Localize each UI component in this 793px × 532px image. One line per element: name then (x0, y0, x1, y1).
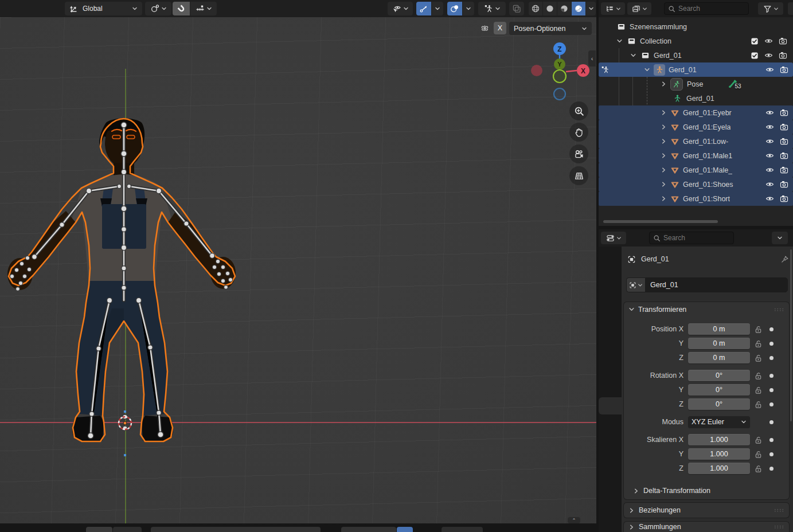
outliner-row-mesh[interactable]: Gerd_01:Eyela (599, 120, 793, 134)
panel-grip-icon[interactable] (774, 307, 784, 312)
rotation-x-field[interactable]: 0° (688, 370, 750, 381)
pan-tool-button[interactable] (569, 123, 588, 142)
outliner-row-gerd-collection[interactable]: Gerd_01 (600, 48, 792, 62)
properties-options-dropdown[interactable] (772, 232, 788, 244)
animate-dot[interactable] (769, 374, 774, 378)
lock-open-icon[interactable] (754, 324, 763, 334)
outliner-filter-id-dropdown[interactable] (627, 2, 651, 15)
pose-display-dropdown[interactable] (478, 2, 506, 15)
timeline-partial-button[interactable] (113, 527, 142, 532)
outliner-row-mesh[interactable]: Gerd_01:Short (599, 191, 793, 206)
outliner-partial-button[interactable] (788, 2, 793, 15)
camera-icon[interactable] (780, 166, 788, 174)
eye-icon[interactable] (765, 151, 774, 160)
delta-transform-subpanel-header[interactable]: Delta-Transformation (633, 484, 784, 497)
animate-dot[interactable] (769, 438, 774, 442)
camera-icon[interactable] (779, 51, 787, 60)
zoom-tool-button[interactable] (569, 101, 588, 120)
lock-open-icon[interactable] (754, 435, 763, 444)
camera-icon[interactable] (780, 151, 788, 160)
transform-panel-header[interactable]: Transformieren (624, 302, 789, 316)
ortho-grid-button[interactable] (569, 166, 588, 185)
animate-dot[interactable] (769, 467, 774, 471)
outliner-row-mesh[interactable]: Gerd_01:Shoes (599, 177, 793, 191)
properties-scrollbar[interactable] (790, 249, 792, 421)
timeline-partial-button[interactable] (341, 527, 396, 532)
lock-open-icon[interactable] (754, 400, 763, 409)
collapsed-chevron-icon[interactable] (661, 81, 667, 87)
camera-icon[interactable] (780, 65, 788, 74)
eye-icon[interactable] (765, 194, 774, 203)
lock-open-icon[interactable] (754, 385, 763, 394)
animate-dot[interactable] (769, 356, 774, 360)
timeline-partial-button[interactable] (86, 527, 112, 532)
outliner-horizontal-scrollbar[interactable] (603, 220, 718, 223)
animate-dot[interactable] (769, 420, 774, 424)
main-vertical-divider[interactable] (596, 0, 599, 532)
animate-dot[interactable] (769, 452, 774, 456)
lock-open-icon[interactable] (754, 371, 763, 380)
relations-panel[interactable]: Beziehungen (624, 503, 789, 518)
snap-settings-dropdown[interactable] (190, 2, 217, 15)
rotation-y-field[interactable]: 0° (688, 384, 750, 396)
overlays-settings-dropdown[interactable] (463, 2, 474, 15)
outliner-row-scene-collection[interactable]: Szenensammlung (600, 19, 792, 34)
camera-icon[interactable] (780, 137, 788, 146)
animate-dot[interactable] (769, 388, 774, 392)
shading-rendered-button[interactable] (572, 2, 585, 15)
animate-dot[interactable] (769, 327, 774, 331)
snap-toggle[interactable] (173, 2, 190, 15)
pivot-point-dropdown[interactable] (145, 2, 171, 15)
object-name-field[interactable]: Gerd_01 (645, 277, 788, 292)
pin-icon[interactable] (780, 255, 789, 264)
mirror-x-toggle[interactable]: X (494, 22, 506, 34)
shading-solid-button[interactable] (543, 2, 557, 15)
lock-open-icon[interactable] (754, 339, 763, 348)
position-y-field[interactable]: 0 m (688, 338, 750, 349)
collapsed-chevron-icon[interactable] (661, 167, 667, 173)
collapsed-chevron-icon[interactable] (661, 152, 667, 159)
panel-grip-icon[interactable] (774, 508, 784, 513)
show-gizmo-toggle[interactable] (416, 2, 431, 15)
shading-material-button[interactable] (557, 2, 571, 15)
outliner-row-gerd-armature-active[interactable]: Gerd_01 (599, 62, 793, 77)
position-x-field[interactable]: 0 m (688, 323, 750, 335)
gizmo-settings-dropdown[interactable] (432, 2, 443, 15)
animate-dot[interactable] (769, 402, 774, 406)
rotation-z-field[interactable]: 0° (688, 398, 750, 410)
viewport-scroll-up-button[interactable]: ⌃ (568, 517, 580, 523)
properties-editor-type-dropdown[interactable] (601, 232, 626, 244)
outliner-row-mesh[interactable]: Gerd_01:Male_ (599, 163, 793, 177)
outliner-search-input[interactable] (678, 5, 745, 13)
eye-icon[interactable] (765, 166, 774, 174)
lock-open-icon[interactable] (754, 353, 763, 362)
camera-icon[interactable] (780, 180, 788, 189)
object-visibility-dropdown[interactable] (388, 2, 413, 15)
mirror-butterfly-button[interactable] (477, 21, 492, 35)
properties-search-field[interactable] (649, 232, 734, 244)
rotation-mode-dropdown[interactable]: XYZ Euler (688, 416, 750, 428)
outliner-row-pose[interactable]: Pose 53 (600, 77, 792, 91)
expand-chevron-icon[interactable] (644, 66, 650, 73)
expand-chevron-icon[interactable] (616, 38, 623, 44)
pose-options-dropdown[interactable]: Posen-Optionen (509, 22, 592, 35)
collections-panel[interactable]: Sammlungen (624, 522, 789, 532)
shading-wireframe-button[interactable] (529, 2, 542, 15)
outliner-row-collection[interactable]: Collection (600, 34, 792, 48)
scale-x-field[interactable]: 1.000 (688, 434, 750, 445)
panel-grip-icon[interactable] (774, 525, 784, 529)
camera-icon[interactable] (780, 194, 788, 203)
viewport-3d[interactable]: X Posen-Optionen ‹ Y Z X ⌃ (0, 17, 596, 523)
scale-y-field[interactable]: 1.000 (688, 448, 750, 460)
outliner-row-mesh[interactable]: Gerd_01:Male1 (599, 148, 793, 163)
camera-view-button[interactable] (569, 144, 588, 163)
transform-orientation-dropdown[interactable]: Global (65, 2, 142, 15)
eye-icon[interactable] (765, 108, 774, 117)
timeline-partial-button[interactable] (442, 527, 483, 532)
outliner-row-mesh[interactable]: Gerd_01:Low- (599, 134, 793, 148)
eye-icon[interactable] (764, 51, 773, 60)
collapsed-chevron-icon[interactable] (661, 124, 667, 130)
outliner-display-mode-dropdown[interactable] (601, 2, 625, 15)
collapsed-chevron-icon[interactable] (661, 181, 667, 187)
outliner-search-field[interactable] (664, 2, 749, 15)
